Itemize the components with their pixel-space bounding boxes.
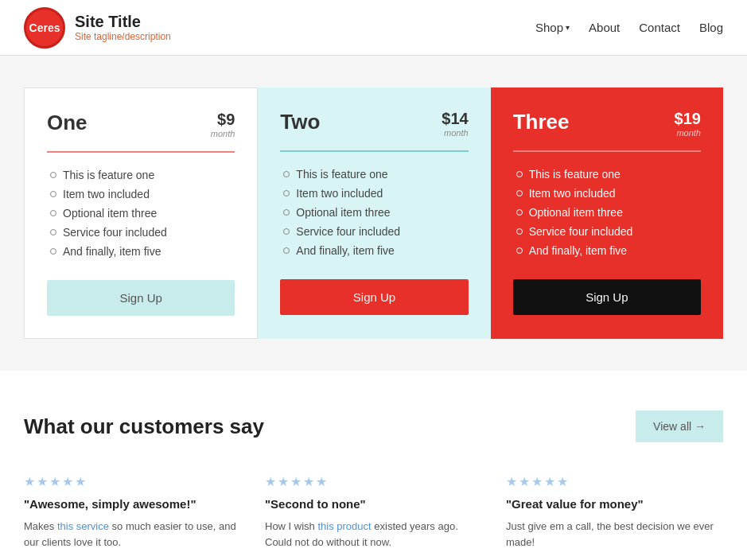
plan-two-price-block: $14 month bbox=[442, 110, 468, 138]
plan-two-header: Two $14 month bbox=[280, 110, 468, 138]
main-nav: Shop ▾ About Contact Blog bbox=[535, 21, 723, 34]
list-item: Optional item three bbox=[513, 206, 701, 219]
list-item: Service four included bbox=[280, 225, 468, 238]
plan-three-price-block: $19 month bbox=[675, 110, 701, 138]
site-logo: Ceres bbox=[24, 7, 65, 49]
plan-one-name: One bbox=[47, 111, 88, 135]
plan-three: Three $19 month This is feature one Item… bbox=[491, 88, 723, 339]
plan-three-signup-button[interactable]: Sign Up bbox=[513, 279, 701, 315]
testimonial-3: ★★★★★ "Great value for money" Just give … bbox=[506, 474, 723, 550]
testimonial-text-3: Just give em a call, the best decision w… bbox=[506, 519, 723, 550]
plan-one-divider bbox=[47, 151, 235, 153]
testimonial-link-1[interactable]: this service bbox=[57, 520, 109, 532]
testimonial-text-1: Makes this service so much easier to use… bbox=[24, 519, 241, 550]
stars-2: ★★★★★ bbox=[265, 474, 482, 489]
plan-two-signup-button[interactable]: Sign Up bbox=[280, 279, 468, 315]
pricing-container: One $9 month This is feature one Item tw… bbox=[24, 88, 723, 339]
plan-two-features: This is feature one Item two included Op… bbox=[280, 168, 468, 257]
bullet-icon bbox=[283, 190, 290, 196]
plan-one-signup-button[interactable]: Sign Up bbox=[47, 280, 235, 316]
plan-three-period: month bbox=[675, 128, 701, 138]
bullet-icon bbox=[283, 247, 290, 254]
testimonials-title: What our customers say bbox=[24, 414, 264, 439]
nav-blog[interactable]: Blog bbox=[699, 21, 723, 34]
chevron-down-icon: ▾ bbox=[566, 23, 570, 32]
list-item: Service four included bbox=[513, 225, 701, 238]
list-item: Item two included bbox=[280, 187, 468, 200]
site-tagline: Site tagline/description bbox=[75, 31, 171, 42]
plan-one: One $9 month This is feature one Item tw… bbox=[24, 88, 258, 339]
site-info: Site Title Site tagline/description bbox=[75, 13, 171, 42]
stars-1: ★★★★★ bbox=[24, 474, 241, 489]
plan-three-price: $19 bbox=[675, 110, 701, 128]
plan-one-period: month bbox=[211, 129, 235, 138]
quote-3: "Great value for money" bbox=[506, 497, 723, 511]
plan-two: Two $14 month This is feature one Item t… bbox=[258, 88, 490, 339]
bullet-icon bbox=[50, 248, 56, 255]
plan-two-name: Two bbox=[280, 110, 320, 134]
bullet-icon bbox=[283, 171, 290, 177]
list-item: Optional item three bbox=[280, 206, 468, 219]
nav-contact[interactable]: Contact bbox=[639, 21, 680, 34]
list-item: Service four included bbox=[47, 226, 235, 239]
quote-1: "Awesome, simply awesome!" bbox=[24, 497, 241, 511]
list-item: Item two included bbox=[47, 188, 235, 200]
bullet-icon bbox=[50, 191, 56, 197]
list-item: And finally, item five bbox=[47, 245, 235, 258]
list-item: Optional item three bbox=[47, 207, 235, 220]
bullet-icon bbox=[516, 228, 523, 235]
logo-text: Ceres bbox=[29, 21, 60, 34]
bullet-icon bbox=[283, 209, 290, 216]
site-header: Ceres Site Title Site tagline/descriptio… bbox=[0, 0, 747, 56]
testimonial-link-2[interactable]: this product bbox=[317, 520, 371, 532]
list-item: This is feature one bbox=[47, 169, 235, 181]
list-item: This is feature one bbox=[280, 168, 468, 181]
bullet-icon bbox=[50, 210, 56, 216]
stars-3: ★★★★★ bbox=[506, 474, 723, 489]
nav-shop[interactable]: Shop ▾ bbox=[535, 21, 570, 34]
plan-three-divider bbox=[513, 150, 701, 152]
bullet-icon bbox=[50, 172, 56, 178]
list-item: And finally, item five bbox=[280, 244, 468, 257]
plan-two-period: month bbox=[442, 128, 468, 138]
list-item: And finally, item five bbox=[513, 244, 701, 257]
bullet-icon bbox=[516, 247, 523, 254]
plan-one-price-block: $9 month bbox=[211, 111, 235, 138]
bullet-icon bbox=[50, 229, 56, 235]
plan-one-features: This is feature one Item two included Op… bbox=[47, 169, 235, 258]
bullet-icon bbox=[283, 228, 290, 235]
pricing-section: One $9 month This is feature one Item tw… bbox=[0, 56, 747, 371]
nav-about[interactable]: About bbox=[589, 21, 620, 34]
testimonial-1: ★★★★★ "Awesome, simply awesome!" Makes t… bbox=[24, 474, 241, 550]
testimonials-header: What our customers say View all → bbox=[24, 410, 723, 442]
plan-one-header: One $9 month bbox=[47, 111, 235, 138]
plan-three-header: Three $19 month bbox=[513, 110, 701, 138]
bullet-icon bbox=[516, 171, 523, 177]
plan-two-price: $14 bbox=[442, 110, 468, 128]
view-all-button[interactable]: View all → bbox=[636, 410, 723, 442]
list-item: This is feature one bbox=[513, 168, 701, 181]
list-item: Item two included bbox=[513, 187, 701, 200]
bullet-icon bbox=[516, 190, 523, 196]
plan-three-name: Three bbox=[513, 110, 570, 134]
site-title: Site Title bbox=[75, 13, 171, 31]
nav-shop-label: Shop bbox=[535, 21, 563, 34]
quote-2: "Second to none" bbox=[265, 497, 482, 511]
plan-three-features: This is feature one Item two included Op… bbox=[513, 168, 701, 257]
plan-one-price: $9 bbox=[211, 111, 235, 129]
bullet-icon bbox=[516, 209, 523, 216]
testimonial-text-2: How I wish this product existed years ag… bbox=[265, 519, 482, 550]
testimonials-grid: ★★★★★ "Awesome, simply awesome!" Makes t… bbox=[24, 474, 723, 550]
testimonial-2: ★★★★★ "Second to none" How I wish this p… bbox=[265, 474, 482, 550]
testimonials-section: What our customers say View all → ★★★★★ … bbox=[0, 371, 747, 560]
logo-area: Ceres Site Title Site tagline/descriptio… bbox=[24, 7, 171, 49]
plan-two-divider bbox=[280, 150, 468, 152]
